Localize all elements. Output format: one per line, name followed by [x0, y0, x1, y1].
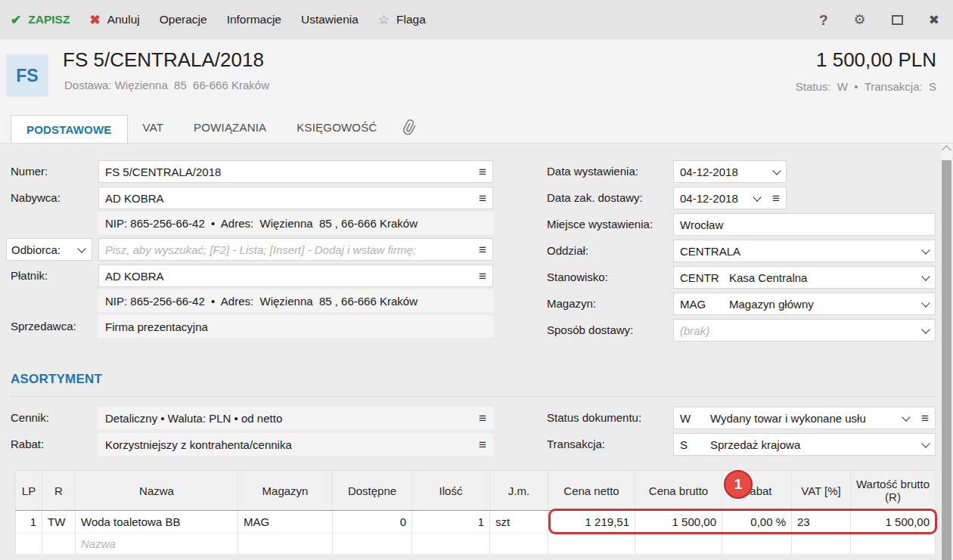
- menu-icon[interactable]: ≡: [917, 412, 929, 425]
- operations-menu[interactable]: Operacje: [160, 13, 207, 26]
- oddzial-value: CENTRALA: [680, 245, 740, 258]
- scrollbar-thumb[interactable]: [942, 160, 951, 560]
- menu-icon[interactable]: ≡: [474, 270, 486, 283]
- chevron-down-icon[interactable]: [921, 439, 930, 447]
- status-dokumentu-label: Status dokumentu:: [547, 407, 641, 429]
- new-cell[interactable]: [792, 534, 851, 555]
- flag-label: Flaga: [396, 13, 426, 26]
- col-header-wartosc-brutto[interactable]: Wartość brutto (R): [851, 471, 936, 510]
- col-header-lp[interactable]: LP: [15, 471, 42, 510]
- new-cell[interactable]: [635, 534, 722, 555]
- new-cell[interactable]: [412, 534, 490, 555]
- miejsce-wystawienia-field[interactable]: Wrocław: [673, 213, 936, 236]
- menu-icon[interactable]: ≡: [474, 166, 486, 178]
- odbiorca-selector[interactable]: Odbiorca:: [6, 238, 92, 261]
- tab-ksiegowosc[interactable]: KSIĘGOWOŚĆ: [281, 112, 392, 143]
- cell-r[interactable]: TW: [42, 511, 76, 534]
- oddzial-label: Oddział:: [547, 240, 588, 262]
- scroll-up-icon[interactable]: [942, 145, 951, 155]
- col-header-magazyn[interactable]: Magazyn: [238, 471, 333, 510]
- cell-ilosc[interactable]: 1: [412, 511, 490, 534]
- col-header-nazwa[interactable]: Nazwa: [76, 471, 238, 510]
- new-item-name-input[interactable]: Nazwa: [76, 534, 238, 555]
- section-divider: [11, 396, 936, 397]
- platnik-value: AD KOBRA: [105, 270, 164, 283]
- tab-vat[interactable]: VAT: [128, 112, 179, 143]
- tab-powiazania[interactable]: POWIĄZANIA: [178, 112, 281, 143]
- maximize-button[interactable]: [892, 15, 903, 25]
- data-wystawienia-field[interactable]: 04-12-2018: [673, 160, 787, 183]
- transakcja-select[interactable]: S Sprzedaż krajowa: [673, 433, 936, 456]
- odbiorca-search-input[interactable]: Pisz, aby wyszukać; [F2] - Lista; [Inser…: [98, 238, 493, 261]
- new-cell[interactable]: [722, 534, 792, 555]
- transakcja-value: Sprzedaż krajowa: [710, 438, 800, 451]
- check-icon: ✔: [11, 14, 21, 26]
- data-zak-dostawy-field[interactable]: 04-12-2018 ≡: [673, 187, 787, 209]
- stanowisko-label: Stanowisko:: [547, 266, 608, 289]
- maximize-icon: [892, 15, 903, 25]
- chevron-down-icon[interactable]: [753, 193, 761, 201]
- menu-icon[interactable]: ≡: [474, 438, 486, 451]
- new-cell[interactable]: [15, 534, 42, 555]
- col-header-dostepne[interactable]: Dostępne: [333, 471, 412, 510]
- stanowisko-select[interactable]: CENTR Kasa Centralna: [673, 266, 936, 289]
- platnik-field[interactable]: AD KOBRA ≡: [98, 265, 493, 287]
- new-cell[interactable]: [238, 534, 333, 555]
- rabat-value: Korzystniejszy z kontrahenta/cennika: [105, 438, 292, 451]
- attachments-button[interactable]: [396, 112, 422, 143]
- new-cell[interactable]: [333, 534, 412, 555]
- settings-menu[interactable]: Ustawienia: [301, 13, 359, 26]
- menu-icon[interactable]: ≡: [768, 192, 780, 205]
- new-cell[interactable]: [490, 534, 548, 555]
- new-cell[interactable]: [548, 534, 635, 555]
- col-header-jm[interactable]: J.m.: [490, 471, 548, 510]
- cell-jm[interactable]: szt: [490, 511, 548, 534]
- col-header-r[interactable]: R: [42, 471, 76, 510]
- status-dokumentu-select[interactable]: W Wydany towar i wykonane usłu ≡: [673, 407, 936, 429]
- cancel-button[interactable]: ✖ Anuluj: [89, 13, 139, 26]
- cell-magazyn[interactable]: MAG: [238, 511, 333, 534]
- new-cell[interactable]: [42, 534, 76, 555]
- chevron-down-icon[interactable]: [921, 299, 930, 307]
- tab-podstawowe[interactable]: PODSTAWOWE: [11, 115, 128, 143]
- chevron-down-icon[interactable]: [921, 325, 930, 333]
- cell-nazwa[interactable]: Woda toaletowa BB: [76, 511, 238, 534]
- gear-icon: ⚙: [854, 13, 866, 26]
- save-label: ZAPISZ: [28, 13, 70, 26]
- close-button[interactable]: ✖: [929, 14, 939, 26]
- chevron-down-icon[interactable]: [772, 166, 781, 175]
- window-settings-button[interactable]: ⚙: [854, 13, 866, 26]
- rabat-field[interactable]: Korzystniejszy z kontrahenta/cennika ≡: [98, 433, 493, 456]
- magazyn-code: MAG: [680, 298, 729, 311]
- chevron-down-icon[interactable]: [921, 272, 930, 280]
- information-menu[interactable]: Informacje: [227, 13, 281, 26]
- magazyn-value: Magazyn główny: [729, 298, 814, 311]
- cell-dostepne[interactable]: 0: [333, 511, 412, 534]
- cell-lp[interactable]: 1: [15, 511, 42, 534]
- col-header-vat[interactable]: VAT [%]: [792, 471, 851, 510]
- platnik-label: Płatnik:: [11, 265, 48, 287]
- menu-icon[interactable]: ≡: [474, 192, 486, 205]
- flag-button[interactable]: ☆ Flaga: [378, 13, 426, 26]
- cennik-field[interactable]: Detaliczny • Waluta: PLN • od netto ≡: [98, 407, 493, 429]
- chevron-down-icon[interactable]: [902, 413, 910, 421]
- sposob-dostawy-select[interactable]: (brak): [673, 319, 936, 342]
- nabywca-field[interactable]: AD KOBRA ≡: [98, 187, 493, 209]
- col-header-cena-brutto[interactable]: Cena brutto: [635, 471, 722, 510]
- vertical-scrollbar[interactable]: [941, 144, 952, 560]
- col-header-cena-netto[interactable]: Cena netto: [548, 471, 635, 510]
- menu-icon[interactable]: ≡: [474, 412, 486, 425]
- asortyment-heading: ASORTYMENT: [11, 372, 102, 387]
- help-button[interactable]: ?: [819, 13, 828, 27]
- chevron-down-icon[interactable]: [921, 246, 930, 254]
- sposob-dostawy-label: Sposób dostawy:: [547, 319, 633, 342]
- col-header-ilosc[interactable]: Ilość: [412, 471, 490, 510]
- platnik-nip-address: NIP: 865-256-66-42 • Adres: Więzienna 85…: [105, 295, 418, 308]
- magazyn-select[interactable]: MAG Magazyn główny: [673, 292, 936, 315]
- oddzial-select[interactable]: CENTRALA: [673, 240, 936, 262]
- status-dokumentu-value: Wydany towar i wykonane usłu: [710, 412, 866, 425]
- new-cell[interactable]: [851, 534, 936, 555]
- menu-icon[interactable]: ≡: [474, 243, 486, 256]
- numer-field[interactable]: FS 5/CENTRALA/2018 ≡: [98, 160, 493, 183]
- save-button[interactable]: ✔ ZAPISZ: [11, 13, 70, 26]
